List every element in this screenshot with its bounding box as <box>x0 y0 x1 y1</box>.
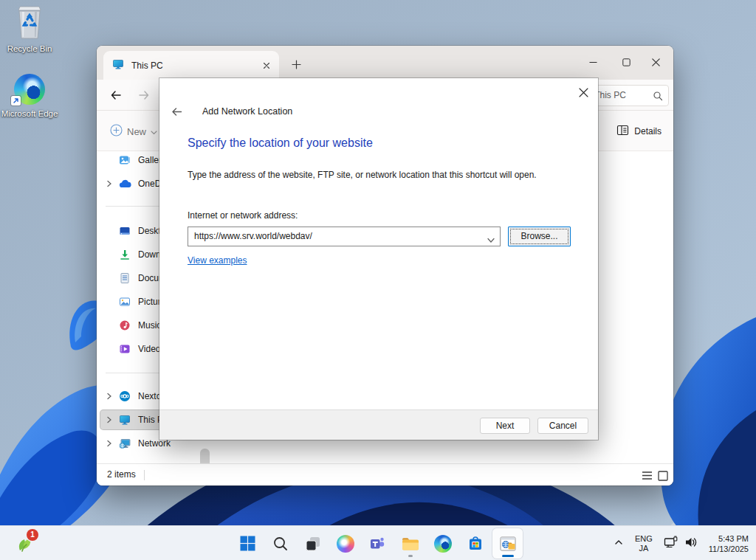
desktop-icon-microsoft-edge[interactable]: Microsoft Edge <box>1 74 58 119</box>
system-tray: ENG JA 5:43 PM 11/13/2025 <box>613 526 756 560</box>
chevron-right-icon[interactable] <box>100 179 118 188</box>
tray-chevron-up-icon[interactable] <box>613 536 625 551</box>
dialog-heading: Specify the location of your website <box>188 136 373 150</box>
chevron-right-icon[interactable] <box>100 392 118 401</box>
maximize-button[interactable] <box>610 46 643 77</box>
clock[interactable]: 5:43 PM 11/13/2025 <box>709 533 749 554</box>
store-button[interactable] <box>460 528 490 559</box>
network-tray-icon[interactable] <box>663 535 679 553</box>
view-examples-link[interactable]: View examples <box>188 255 247 266</box>
desktop-folder-icon <box>118 225 131 237</box>
tab-title: This PC <box>131 61 255 71</box>
next-button[interactable]: Next <box>480 418 530 434</box>
edge-icon <box>14 74 45 105</box>
language-line-2: JA <box>635 544 653 553</box>
list-view-icon[interactable] <box>640 469 654 483</box>
file-explorer-button[interactable] <box>395 528 425 559</box>
sidebar-item-label: Music <box>138 320 161 331</box>
items-count: 2 items <box>107 464 136 485</box>
edge-button[interactable] <box>427 528 458 559</box>
add-network-location-dialog: Add Network Location Specify the locatio… <box>159 78 598 440</box>
status-divider <box>144 470 145 480</box>
dialog-footer: Next Cancel <box>159 409 598 440</box>
volume-tray-icon[interactable] <box>684 535 698 553</box>
taskbar-center-icons <box>233 528 523 559</box>
new-tab-button[interactable] <box>287 55 305 73</box>
explorer-tab-bar: This PC <box>97 46 673 80</box>
forward-button[interactable] <box>135 86 153 104</box>
search-icon <box>653 91 663 104</box>
language-indicator[interactable]: ENG JA <box>635 534 653 553</box>
active-indicator <box>502 555 514 557</box>
dialog-title: Add Network Location <box>202 106 292 117</box>
tab-close-icon[interactable] <box>263 59 270 72</box>
recycle-bin-icon <box>15 30 44 42</box>
address-combobox[interactable]: https://www.srv.world/webdav/ <box>188 227 501 246</box>
pictures-icon <box>118 296 131 308</box>
desktop-icon-recycle-bin[interactable]: Recycle Bin <box>1 4 58 54</box>
dialog-back-button[interactable] <box>168 103 185 120</box>
combobox-chevron-icon[interactable] <box>487 233 495 246</box>
explorer-status-bar: 2 items <box>97 463 673 485</box>
close-button[interactable] <box>639 46 673 77</box>
downloads-icon <box>118 249 131 260</box>
search-button[interactable] <box>265 528 295 559</box>
videos-icon <box>118 343 131 355</box>
language-line-1: ENG <box>635 534 653 544</box>
chevron-down-icon <box>151 126 157 137</box>
large-icons-view-icon[interactable] <box>656 469 670 483</box>
music-icon <box>118 319 131 331</box>
copilot-button[interactable] <box>330 528 360 559</box>
notification-badge: 1 <box>27 529 38 541</box>
onedrive-icon <box>118 179 131 188</box>
taskbar: 1 <box>0 525 756 560</box>
chevron-right-icon[interactable] <box>100 415 118 424</box>
documents-icon <box>118 272 131 284</box>
dialog-close-icon[interactable] <box>574 83 592 101</box>
browse-button[interactable]: Browse... <box>508 227 571 246</box>
network-icon <box>118 438 131 449</box>
back-button[interactable] <box>107 86 125 104</box>
gallery-icon <box>118 154 131 166</box>
clock-date: 11/13/2025 <box>709 544 749 554</box>
chevron-right-icon[interactable] <box>100 439 118 448</box>
this-pc-icon <box>112 58 124 73</box>
task-view-button[interactable] <box>298 528 328 559</box>
network-wizard-window-button[interactable] <box>492 528 523 559</box>
details-button-label: Details <box>634 126 662 136</box>
widgets-button[interactable]: 1 <box>6 528 41 559</box>
sidebar-item-label: Network <box>138 438 171 449</box>
tab-this-pc[interactable]: This PC <box>103 51 279 80</box>
new-button-label: New <box>127 126 146 137</box>
clock-time: 5:43 PM <box>709 533 749 544</box>
minimize-button[interactable] <box>577 46 610 77</box>
teams-button[interactable] <box>362 528 393 559</box>
desktop-icon-label: Recycle Bin <box>1 44 58 54</box>
address-label: Internet or network address: <box>188 210 298 221</box>
dialog-description: Type the address of the website, FTP sit… <box>188 170 537 180</box>
running-indicator <box>408 555 413 557</box>
shortcut-arrow-icon <box>11 96 21 106</box>
plus-circle-icon <box>110 124 123 139</box>
nextcloud-icon <box>118 390 131 402</box>
start-button[interactable] <box>233 528 263 559</box>
cancel-button[interactable]: Cancel <box>537 418 588 434</box>
new-button[interactable]: New <box>106 120 162 142</box>
details-button[interactable]: Details <box>616 122 662 141</box>
this-pc-icon <box>118 414 131 426</box>
details-pane-icon <box>616 124 629 139</box>
desktop-icon-label: Microsoft Edge <box>1 109 58 119</box>
